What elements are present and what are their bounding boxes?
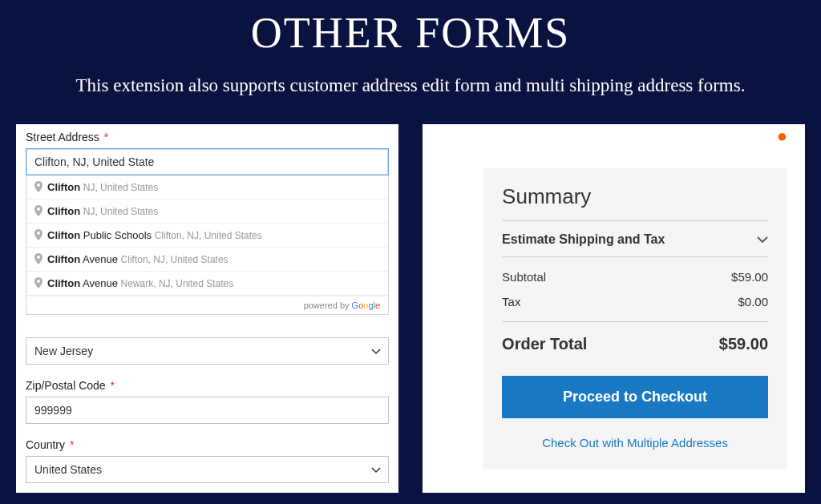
summary-box: Summary Estimate Shipping and Tax Subtot… [483,168,787,469]
autocomplete-suggestion[interactable]: Clifton Avenue Clifton, NJ, United State… [26,248,388,272]
map-pin-icon [34,229,42,240]
autocomplete-dropdown: Clifton NJ, United StatesClifton NJ, Uni… [26,175,389,315]
corner-indicator-icon: ● [777,126,787,147]
street-field: Street Address * Clifton NJ, United Stat… [26,131,389,175]
panels-row: Street Address * Clifton NJ, United Stat… [0,100,821,493]
required-mark: * [70,438,74,451]
order-total-row: Order Total $59.00 [502,322,768,358]
zip-label: Zip/Postal Code * [26,379,389,392]
map-pin-icon [34,205,42,216]
page-header: OTHER FORMS This extension also supports… [0,0,821,100]
checkout-multiple-addresses-link[interactable]: Check Out with Multiple Addresses [502,436,768,450]
street-input-wrap: Clifton NJ, United StatesClifton NJ, Uni… [26,148,389,175]
page-title: OTHER FORMS [0,8,821,58]
subtotal-value: $59.00 [731,270,768,284]
tax-value: $0.00 [738,295,768,308]
map-pin-icon [34,253,42,264]
tax-row: Tax $0.00 [502,287,768,312]
country-label-text: Country [26,438,65,451]
estimate-label: Estimate Shipping and Tax [502,232,665,247]
suggestion-text: Clifton NJ, United States [47,181,158,193]
country-select[interactable] [26,456,389,483]
country-label: Country * [26,438,389,451]
suggestion-text: Clifton Avenue Newark, NJ, United States [47,277,233,289]
autocomplete-suggestion[interactable]: Clifton Public Schools Clifton, NJ, Unit… [26,224,388,248]
summary-title: Summary [502,184,768,221]
autocomplete-suggestion[interactable]: Clifton Avenue Newark, NJ, United States [26,272,388,296]
map-pin-icon [34,277,42,288]
state-select[interactable] [26,337,389,365]
street-input[interactable] [26,148,389,175]
street-label: Street Address * [26,131,389,143]
country-field: Country * [26,438,389,483]
estimate-shipping-toggle[interactable]: Estimate Shipping and Tax [502,221,768,257]
proceed-to-checkout-button[interactable]: Proceed to Checkout [502,376,768,418]
order-total-label: Order Total [502,335,587,353]
street-label-text: Street Address [26,131,99,143]
autocomplete-suggestion[interactable]: Clifton NJ, United States [26,200,388,224]
zip-label-text: Zip/Postal Code [26,379,106,392]
summary-panel: ● Summary Estimate Shipping and Tax Subt… [423,124,805,493]
map-pin-icon [34,181,42,192]
page-subtitle: This extension also supports customer ad… [42,72,779,100]
required-mark: * [104,131,108,143]
autocomplete-suggestion[interactable]: Clifton NJ, United States [26,175,388,200]
address-form-panel: Street Address * Clifton NJ, United Stat… [16,124,398,493]
required-mark: * [111,379,115,392]
order-total-value: $59.00 [719,335,768,353]
tax-label: Tax [502,295,520,308]
state-field [26,337,389,365]
powered-by-google: powered by Google [26,296,388,314]
zip-input[interactable] [26,397,389,424]
zip-field: Zip/Postal Code * [26,379,389,424]
suggestion-text: Clifton Public Schools Clifton, NJ, Unit… [47,229,262,241]
totals-block: Subtotal $59.00 Tax $0.00 [502,257,768,322]
suggestion-text: Clifton NJ, United States [47,205,158,217]
subtotal-label: Subtotal [502,270,546,284]
subtotal-row: Subtotal $59.00 [502,262,768,287]
chevron-down-icon [757,232,768,247]
suggestion-text: Clifton Avenue Clifton, NJ, United State… [47,253,229,265]
